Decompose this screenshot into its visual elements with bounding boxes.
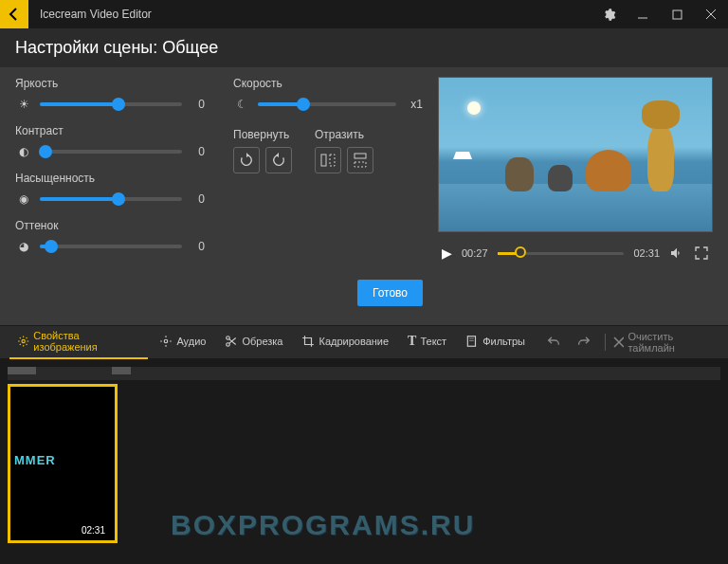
minimize-icon	[637, 9, 648, 20]
contrast-label: Контраст	[15, 124, 205, 137]
watermark-text: BOXPROGRAMS.RU	[171, 509, 475, 541]
titlebar: Icecream Video Editor	[0, 0, 728, 28]
brightness-icon: ☀	[15, 96, 32, 113]
speed-label: Скорость	[233, 77, 423, 90]
fullscreen-icon	[694, 246, 709, 261]
contrast-slider[interactable]	[40, 150, 182, 154]
hue-slider[interactable]	[40, 245, 182, 248]
tab-label: Свойства изображения	[33, 330, 140, 353]
timeline-clip[interactable]: MMER 02:31	[8, 384, 118, 543]
scene-settings-title: Настройки сцены: Общее	[0, 28, 728, 67]
rotate-label: Повернуть	[233, 128, 292, 141]
close-icon	[613, 337, 624, 348]
tab-label: Аудио	[176, 336, 206, 347]
player-controls: ▶ 00:27 02:31	[438, 246, 713, 261]
volume-button[interactable]	[669, 246, 684, 261]
tab-image-properties[interactable]: Свойства изображения	[9, 325, 148, 359]
clip-overlay-text: MMER	[14, 453, 56, 467]
scissors-icon	[225, 335, 238, 348]
volume-icon	[669, 246, 684, 261]
svg-point-6	[22, 339, 25, 342]
saturation-value: 0	[190, 192, 205, 206]
speed-icon: ☾	[233, 96, 250, 113]
tab-label: Текст	[420, 336, 446, 347]
svg-rect-4	[355, 154, 366, 158]
preview-area: ▶ 00:27 02:31	[438, 77, 713, 314]
gear-icon	[17, 335, 29, 348]
brightness-value: 0	[190, 98, 205, 111]
brightness-slider[interactable]	[40, 102, 182, 106]
maximize-button[interactable]	[660, 0, 694, 28]
speed-rotate-controls: Скорость ☾ x1 Повернуть Отразить	[233, 77, 423, 266]
hue-icon: ◕	[15, 238, 32, 255]
svg-rect-3	[330, 155, 335, 166]
editor-toolbar: Свойства изображения Аудио Обрезка Кадри…	[0, 325, 728, 359]
timeline-ruler[interactable]	[8, 367, 720, 380]
clear-label: Очистить таймлайн	[628, 331, 719, 354]
redo-icon	[576, 335, 592, 350]
settings-button[interactable]	[592, 0, 626, 28]
back-button[interactable]	[0, 0, 28, 28]
svg-rect-2	[321, 155, 326, 166]
current-time: 00:27	[462, 247, 488, 259]
play-button[interactable]: ▶	[442, 246, 452, 261]
tab-label: Кадрирование	[318, 336, 389, 347]
flip-vertical-button[interactable]	[347, 147, 373, 173]
close-button[interactable]	[694, 0, 728, 28]
tab-filters[interactable]: Фильтры	[458, 325, 533, 359]
video-preview[interactable]	[438, 77, 713, 232]
audio-icon	[159, 335, 173, 348]
tab-crop[interactable]: Кадрирование	[294, 325, 396, 359]
flip-v-icon	[353, 153, 368, 168]
timeline[interactable]: MMER 02:31 BOXPROGRAMS.RU	[0, 359, 728, 564]
redo-button[interactable]	[571, 331, 597, 354]
close-icon	[705, 9, 717, 20]
flip-label: Отразить	[315, 128, 373, 141]
window-controls	[592, 0, 728, 28]
maximize-icon	[672, 9, 682, 20]
flip-h-icon	[320, 153, 336, 168]
saturation-slider[interactable]	[40, 197, 182, 201]
tab-audio[interactable]: Аудио	[152, 325, 213, 359]
hue-value: 0	[190, 240, 205, 253]
speed-slider[interactable]	[258, 102, 396, 106]
gear-icon	[602, 8, 616, 22]
rotate-ccw-button[interactable]	[265, 147, 292, 173]
text-icon: T	[408, 334, 416, 349]
rotate-cw-icon	[239, 153, 254, 168]
app-title: Icecream Video Editor	[40, 8, 152, 21]
svg-rect-10	[467, 337, 475, 347]
undo-icon	[546, 335, 561, 350]
tab-text[interactable]: T Текст	[400, 325, 454, 359]
speed-value: x1	[404, 98, 423, 111]
brightness-label: Яркость	[15, 77, 205, 90]
total-time: 02:31	[633, 247, 660, 259]
tab-label: Фильтры	[482, 336, 525, 347]
adjustment-controls: Яркость ☀ 0 Контраст ◐ 0 Насыщенность	[15, 77, 205, 266]
filters-icon	[465, 335, 479, 348]
crop-icon	[301, 335, 315, 348]
saturation-icon: ◉	[15, 191, 32, 208]
rotate-ccw-icon	[271, 153, 286, 168]
hue-label: Оттенок	[15, 219, 205, 232]
main-area: Яркость ☀ 0 Контраст ◐ 0 Насыщенность	[0, 67, 728, 325]
progress-slider[interactable]	[498, 252, 625, 255]
fullscreen-button[interactable]	[694, 246, 709, 261]
contrast-icon: ◐	[15, 143, 32, 160]
done-button[interactable]: Готово	[357, 280, 423, 306]
saturation-label: Насыщенность	[15, 172, 205, 185]
svg-rect-1	[673, 10, 682, 19]
flip-horizontal-button[interactable]	[315, 147, 341, 173]
undo-button[interactable]	[540, 331, 567, 354]
svg-point-7	[165, 339, 169, 343]
tab-label: Обрезка	[242, 336, 282, 347]
svg-rect-5	[355, 162, 366, 167]
minimize-button[interactable]	[626, 0, 660, 28]
rotate-cw-button[interactable]	[233, 147, 260, 173]
tab-trim[interactable]: Обрезка	[217, 325, 290, 359]
clip-duration: 02:31	[78, 524, 109, 537]
clear-timeline-button[interactable]: Очистить таймлайн	[613, 331, 719, 354]
contrast-value: 0	[190, 145, 205, 158]
